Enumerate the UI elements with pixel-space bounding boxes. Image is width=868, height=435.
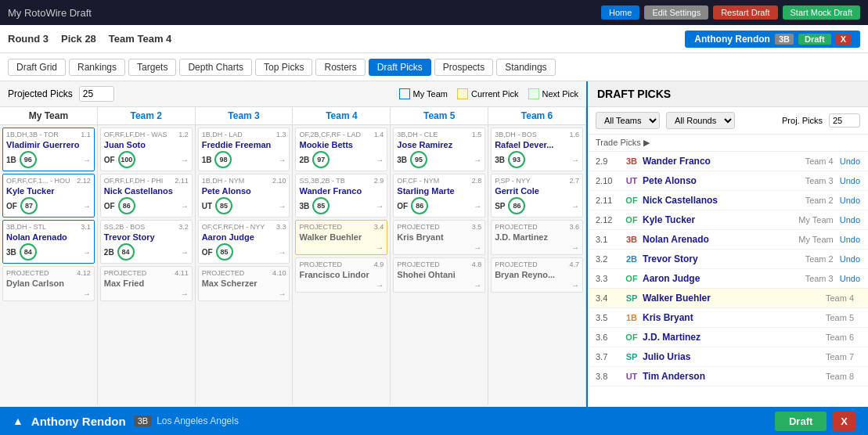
tab-depth-charts[interactable]: Depth Charts [179, 59, 252, 76]
draft-pick-num: 3.7 [596, 352, 621, 361]
pick-card[interactable]: OF,RF,LF,DH - WAS1.2Juan Soto OF 100 → [100, 128, 193, 171]
pick-meta: 1B,DH - LAD1.3 [202, 131, 286, 138]
edit-settings-button[interactable]: Edit Settings [644, 5, 708, 20]
proj-picks-input[interactable] [79, 86, 114, 102]
pick-footer-projected: → [495, 281, 579, 289]
pick-meta: 1B,DH - NYM2.10 [202, 177, 286, 185]
home-button[interactable]: Home [601, 5, 639, 20]
pick-player-name: Nolan Arenado [6, 232, 91, 242]
draft-pick-team: Team 2 [805, 196, 834, 205]
pick-card[interactable]: OF,CF - NYM2.8Starling Marte OF 86 → [393, 174, 485, 218]
pick-card[interactable]: 1B,DH - NYM2.10Pete Alonso UT 85 → [198, 174, 290, 218]
undo-button[interactable]: Undo [840, 254, 860, 264]
legend-box-next [528, 88, 539, 99]
pick-rating: 84 [20, 243, 37, 261]
pick-card[interactable]: PROJECTED4.9Francisco Lindor→ [295, 257, 387, 293]
undo-button[interactable]: Undo [840, 235, 860, 244]
undo-button[interactable]: Undo [840, 156, 860, 166]
pick-card[interactable]: OF,2B,CF,RF - LAD1.4Mookie Betts 2B 97 → [295, 128, 387, 171]
draft-row[interactable]: 2.10 UT Pete Alonso Team 3 Undo [588, 171, 868, 191]
x-badge-button[interactable]: X [836, 34, 851, 45]
team-header-4: Team 4 [293, 107, 390, 125]
pick-meta: PROJECTED4.11 [104, 269, 189, 277]
trade-picks-row[interactable]: Trade Picks ▶ [588, 135, 868, 152]
bottom-player-pos: 3B [134, 415, 152, 426]
bottom-draft-button[interactable]: Draft [775, 412, 827, 431]
round-bar: Round 3 Pick 28 Team Team 4 Anthony Rend… [0, 25, 868, 53]
pick-arrow-icon: → [83, 248, 91, 257]
pick-meta: OF,CF,RF,DH - NYY3.3 [202, 223, 286, 231]
nav-tabs: Draft Grid Rankings Targets Depth Charts… [0, 53, 868, 81]
pick-card[interactable]: SS,3B,2B - TB2.9Wander Franco 3B 85 → [295, 174, 387, 218]
pick-arrow-icon: → [83, 202, 91, 210]
tab-targets[interactable]: Targets [128, 59, 176, 76]
proj-bar: Projected Picks My Team Current Pick Nex… [0, 81, 586, 107]
pick-card[interactable]: PROJECTED3.6J.D. Martinez→ [491, 220, 583, 255]
pick-footer: 1B 96 → [6, 151, 91, 168]
pick-player-name: Nick Castellanos [104, 186, 189, 196]
team-col-1: My Team1B,DH,3B - TOR1.1Vladimir Guerrer… [0, 107, 98, 404]
tab-top-picks[interactable]: Top Picks [255, 59, 312, 76]
pick-rating: 86 [118, 197, 135, 214]
pick-card[interactable]: 3B,DH - STL3.1Nolan Arenado 3B 84 → [2, 220, 95, 264]
teams-grid: My Team1B,DH,3B - TOR1.1Vladimir Guerrer… [0, 107, 586, 404]
undo-button[interactable]: Undo [840, 176, 860, 185]
pick-card[interactable]: PROJECTED4.11Max Fried→ [100, 266, 193, 301]
pick-card[interactable]: 1B,DH - LAD1.3Freddie Freeman 1B 98 → [198, 128, 290, 171]
draft-row[interactable]: 3.2 2B Trevor Story Team 2 Undo [588, 250, 868, 269]
pick-card[interactable]: 3B,DH - BOS1.6Rafael Dever... 3B 93 → [491, 128, 583, 171]
all-rounds-select[interactable]: All Rounds [666, 112, 735, 129]
pick-card[interactable]: OF,CF,RF,DH - NYY3.3Aaron Judge OF 85 → [198, 220, 290, 264]
undo-button[interactable]: Undo [840, 215, 860, 225]
team-name: Team 4 [137, 33, 171, 45]
undo-button[interactable]: Undo [840, 274, 860, 283]
pick-footer-projected: → [397, 281, 481, 289]
draft-row[interactable]: 3.1 3B Nolan Arenado My Team Undo [588, 230, 868, 250]
pick-player-name: Pete Alonso [202, 186, 286, 196]
draft-row[interactable]: 2.12 OF Kyle Tucker My Team Undo [588, 210, 868, 230]
draft-pick-team: My Team [798, 215, 833, 225]
start-mock-button[interactable]: Start Mock Draft [783, 5, 860, 20]
draft-row[interactable]: 2.11 OF Nick Castellanos Team 2 Undo [588, 191, 868, 210]
pick-card[interactable]: 1B,DH,3B - TOR1.1Vladimir Guerrero 1B 96… [2, 128, 95, 171]
draft-pick-pos: OF [621, 196, 643, 205]
pick-card[interactable]: SS,2B - BOS3.2Trevor Story 2B 84 → [100, 220, 193, 264]
draft-badge-button[interactable]: Draft [798, 34, 831, 45]
draft-player-name: J.D. Martinez [643, 332, 826, 343]
tab-standings[interactable]: Standings [496, 59, 555, 76]
tab-prospects[interactable]: Prospects [434, 59, 493, 76]
bottom-x-button[interactable]: X [833, 412, 855, 431]
pick-card[interactable]: PROJECTED4.8Shohei Ohtani→ [393, 257, 485, 293]
draft-pick-num: 3.3 [596, 274, 621, 283]
draft-row[interactable]: 3.7 SP Julio Urias Team 7 [588, 347, 868, 367]
pick-card[interactable]: 3B,DH - CLE1.5Jose Ramirez 3B 95 → [393, 128, 485, 171]
undo-button[interactable]: Undo [840, 196, 860, 205]
pick-meta: OF,2B,CF,RF - LAD1.4 [299, 131, 384, 138]
pick-card[interactable]: PROJECTED3.4Walker Buehler→ [295, 220, 387, 255]
legend-box-current [457, 88, 468, 99]
pick-card[interactable]: OF,RF,CF,1... - HOU2.12Kyle Tucker OF 87… [2, 174, 95, 218]
pick-card[interactable]: PROJECTED4.7Bryan Reyno...→ [491, 257, 583, 293]
tab-draft-grid[interactable]: Draft Grid [8, 59, 66, 76]
draft-row[interactable]: 3.5 1B Kris Bryant Team 5 [588, 308, 868, 328]
draft-player-name: Aaron Judge [643, 273, 805, 284]
tab-draft-picks[interactable]: Draft Picks [369, 59, 431, 76]
pick-card[interactable]: PROJECTED4.10Max Scherzer→ [198, 266, 290, 301]
pick-card[interactable]: OF,RF,LF,DH - PHI2.11Nick Castellanos OF… [100, 174, 193, 218]
proj-picks-right-input[interactable] [829, 113, 860, 128]
tab-rankings[interactable]: Rankings [69, 59, 125, 76]
tab-rosters[interactable]: Rosters [315, 59, 365, 76]
draft-pick-team: Team 4 [826, 293, 854, 303]
pick-card[interactable]: P,SP - NYY2.7Gerrit Cole SP 86 → [491, 174, 583, 218]
draft-row[interactable]: 3.3 OF Aaron Judge Team 3 Undo [588, 269, 868, 289]
pick-card[interactable]: PROJECTED4.12Dylan Carlson→ [2, 266, 95, 301]
draft-row[interactable]: 3.4 SP Walker Buehler Team 4 [588, 289, 868, 308]
all-teams-select[interactable]: All Teams [596, 112, 660, 129]
draft-row[interactable]: 3.8 UT Tim Anderson Team 8 [588, 367, 868, 386]
draft-row[interactable]: 2.9 3B Wander Franco Team 4 Undo [588, 152, 868, 171]
pick-card[interactable]: PROJECTED3.5Kris Bryant→ [393, 220, 485, 255]
pick-meta: OF,RF,LF,DH - PHI2.11 [104, 177, 189, 185]
restart-draft-button[interactable]: Restart Draft [713, 5, 777, 20]
current-pick-badge: Anthony Rendon 3B Draft X [685, 31, 860, 48]
draft-row[interactable]: 3.6 OF J.D. Martinez Team 6 [588, 328, 868, 347]
